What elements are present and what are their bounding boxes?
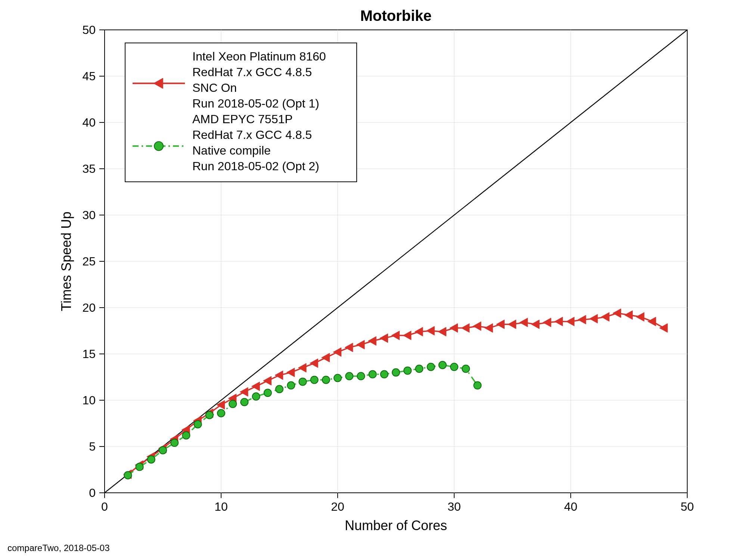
svg-point-88	[252, 393, 260, 400]
y-tick-label: 35	[82, 162, 96, 175]
y-tick-label: 15	[82, 347, 96, 361]
svg-point-106	[462, 365, 469, 373]
footer-text: compareTwo, 2018-05-03	[7, 543, 110, 553]
legend-label: Native compile	[192, 144, 271, 157]
svg-point-79	[148, 456, 155, 463]
svg-point-107	[474, 382, 481, 389]
y-tick-label: 25	[82, 255, 96, 268]
y-tick-label: 40	[82, 116, 96, 129]
svg-point-77	[124, 472, 131, 479]
y-tick-label: 10	[82, 393, 96, 407]
y-tick-label: 45	[82, 69, 96, 83]
x-tick-label: 10	[214, 500, 228, 513]
svg-point-95	[334, 374, 341, 382]
svg-point-103	[427, 363, 435, 371]
svg-point-101	[404, 367, 411, 374]
svg-point-93	[311, 376, 318, 383]
y-tick-label: 0	[89, 486, 96, 500]
x-tick-label: 0	[101, 500, 108, 513]
svg-point-81	[171, 439, 178, 447]
svg-point-98	[369, 371, 376, 378]
svg-point-91	[287, 382, 295, 389]
x-tick-label: 20	[331, 500, 344, 513]
svg-point-90	[276, 385, 283, 393]
svg-point-100	[392, 369, 400, 376]
legend-label: RedHat 7.x GCC 4.8.5	[192, 128, 312, 141]
svg-point-80	[159, 447, 167, 454]
svg-point-87	[241, 398, 248, 406]
y-tick-label: 30	[82, 208, 96, 222]
legend-label: AMD EPYC 7551P	[192, 112, 293, 126]
legend: Intel Xeon Platinum 8160RedHat 7.x GCC 4…	[125, 43, 357, 182]
y-tick-label: 20	[82, 301, 96, 314]
svg-point-104	[439, 361, 446, 369]
x-tick-label: 30	[447, 500, 461, 513]
svg-point-84	[206, 411, 213, 419]
x-axis-label: Number of Cores	[345, 518, 447, 533]
svg-point-102	[415, 365, 423, 373]
x-tick-label: 40	[564, 500, 577, 513]
svg-point-86	[229, 400, 236, 408]
legend-label: Intel Xeon Platinum 8160	[192, 50, 326, 63]
y-tick-label: 5	[89, 440, 96, 453]
legend-label: RedHat 7.x GCC 4.8.5	[192, 65, 312, 79]
x-tick-label: 50	[681, 500, 694, 513]
svg-point-110	[154, 141, 163, 150]
svg-point-82	[182, 432, 190, 439]
y-axis-label: Times Speed Up	[59, 212, 74, 311]
chart-title: Motorbike	[360, 7, 431, 24]
legend-label: SNC On	[192, 81, 237, 94]
svg-point-89	[264, 389, 272, 396]
svg-point-94	[322, 376, 330, 383]
legend-label: Run 2018-05-02 (Opt 2)	[192, 159, 319, 173]
legend-label: Run 2018-05-02 (Opt 1)	[192, 97, 319, 110]
svg-point-97	[357, 373, 365, 380]
svg-point-99	[381, 371, 388, 378]
svg-point-105	[450, 363, 458, 371]
svg-point-83	[194, 420, 202, 428]
svg-point-96	[345, 373, 353, 380]
y-tick-label: 50	[82, 23, 96, 37]
svg-point-85	[217, 410, 225, 417]
chart-svg: Motorbike0102030405005101520253035404550…	[0, 0, 747, 560]
chart-container: Motorbike0102030405005101520253035404550…	[0, 0, 747, 560]
svg-point-78	[136, 463, 143, 471]
svg-point-92	[299, 378, 306, 385]
